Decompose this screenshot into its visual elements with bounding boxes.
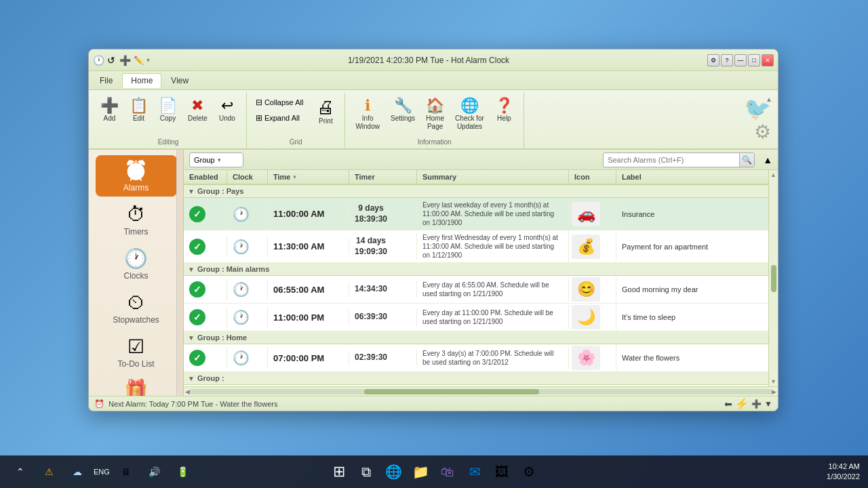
file-explorer-btn[interactable]: 📁	[408, 460, 433, 484]
home-icon: 🏠	[426, 98, 444, 113]
table-row[interactable]: ✓ 🕐 07:00:00 PM 02:39:30 Every 3 day(s)	[184, 344, 768, 372]
sidebar-item-alarms[interactable]: ⏰ Alarms	[96, 155, 177, 197]
label-cell: Insurance	[616, 207, 768, 221]
undo-button[interactable]: ↩ Undo	[214, 96, 241, 125]
menu-view[interactable]: View	[163, 74, 197, 87]
table-row[interactable]: ✓ 🕐 06:55:00 AM 14:34:30 Every day at 6	[184, 276, 768, 304]
quick-add-btn[interactable]: ➕	[119, 55, 131, 66]
more-icon[interactable]: ▼	[764, 399, 772, 409]
clock-cell: 🕐	[227, 279, 268, 300]
scroll-left-arrow[interactable]: ◀	[185, 388, 190, 395]
settings-button[interactable]: 🔧 Settings	[386, 96, 420, 125]
info-window-button[interactable]: ℹ InfoWindow	[351, 96, 384, 134]
alarm-time-value: 11:00:00 AM	[273, 209, 324, 219]
home-page-button[interactable]: 🏠 HomePage	[421, 96, 449, 134]
collapse-ribbon-btn[interactable]: ▲	[766, 94, 772, 104]
label-value: Water the flowers	[622, 354, 679, 362]
alarm-time-value: 11:30:00 AM	[273, 241, 324, 251]
table-row[interactable]: ✓ 🕐 11:30:00 AM 14 days19:09:30 Every f	[184, 230, 768, 263]
search-input[interactable]	[604, 156, 739, 164]
lightning-icon[interactable]: ⚡	[735, 397, 749, 410]
timer-value: 14:34:30	[355, 284, 387, 295]
label-cell: Water the flowers	[616, 351, 768, 365]
group-main-toggle[interactable]: ▼	[188, 266, 195, 273]
print-icon: 🖨	[317, 98, 334, 116]
cloud-icon[interactable]: ☁	[65, 460, 90, 484]
sidebar-gift-icon: 🎁	[121, 375, 151, 396]
todo-label: To-Do List	[117, 359, 154, 369]
summary-cell: Every 3 day(s) at 7:00:00 PM. Schedule w…	[417, 346, 569, 369]
taskbar-time-display[interactable]: 10:42 AM 1/30/2022	[827, 462, 860, 483]
collapse-all-button[interactable]: ⊟ Collapse All	[251, 96, 308, 109]
col-icon: Icon	[569, 170, 616, 184]
arrow-left-icon[interactable]: ⬅	[724, 399, 732, 409]
group-main-row: ▼ Group : Main alarms	[184, 263, 768, 276]
panel-toolbar: Group ▾ 🔍 ▲	[184, 150, 778, 170]
group-home-label: Group : Home	[197, 333, 247, 342]
timer-value: 9 days18:39:30	[355, 203, 387, 224]
col-time[interactable]: Time▼	[268, 170, 349, 184]
settings-icon[interactable]: ⚙	[707, 54, 719, 66]
edge-btn[interactable]: 🌐	[381, 460, 406, 484]
time-cell: 11:00:00 PM	[268, 310, 349, 325]
ms-store-btn[interactable]: 🛍	[435, 460, 460, 484]
add-button[interactable]: ➕ Add	[96, 96, 123, 125]
group-home-toggle[interactable]: ▼	[188, 334, 195, 342]
close-button[interactable]: ✕	[762, 54, 774, 66]
taskbar-app5[interactable]: 🖼	[490, 460, 514, 484]
check-enabled-icon: ✓	[189, 206, 205, 222]
minimize-button[interactable]: —	[734, 54, 747, 66]
scroll-right-arrow[interactable]: ▶	[772, 388, 776, 395]
quick-more-btn[interactable]: ▾	[146, 56, 150, 64]
table-scrollbar[interactable]: ▲ ▼	[768, 170, 778, 386]
collapse-label: Collapse All	[264, 98, 303, 106]
plus-icon[interactable]: ➕	[751, 399, 762, 409]
clock-cell: 🕐	[227, 236, 268, 258]
copy-button[interactable]: 📄 Copy	[154, 96, 182, 125]
expand-all-button[interactable]: ⊞ Expand All	[251, 111, 308, 125]
scroll-up-arrow[interactable]: ▲	[770, 171, 776, 178]
scroll-down-arrow[interactable]: ▼	[770, 378, 776, 385]
title-bar: 🕐 ↺ ➕ ✏️ ▾ 1/19/2021 4:20:30 PM Tue - Ho…	[89, 49, 778, 71]
menu-home[interactable]: Home	[122, 73, 161, 88]
table-row[interactable]: ✓ 🕐 11:00:00 PM 06:39:30 Every day at 1	[184, 304, 768, 331]
sidebar-scrollbar[interactable]	[176, 150, 183, 396]
quick-back-btn[interactable]: ↺	[107, 55, 115, 66]
sidebar-item-stopwatches[interactable]: ⏲ Stopwatches	[96, 287, 177, 329]
group-empty-toggle[interactable]: ▼	[188, 375, 195, 382]
quick-edit-btn[interactable]: ✏️	[134, 56, 144, 65]
system-tray-btn[interactable]: ⌃	[8, 460, 33, 484]
mail-btn[interactable]: ✉	[462, 460, 487, 484]
group-empty-row: ▼ Group :	[184, 372, 768, 385]
sidebar-item-todo[interactable]: ☑ To-Do List	[96, 331, 177, 373]
edit-icon: 📋	[130, 98, 148, 113]
table-row[interactable]: ✓ 🕐 11:00:00 AM 9 days18:39:30 Every la	[184, 198, 768, 230]
alarms-icon: ⏰	[124, 159, 148, 182]
settings-taskbar-btn[interactable]: ⚙	[517, 460, 541, 484]
scroll-up-btn[interactable]: ▲	[763, 155, 772, 165]
delete-button[interactable]: ✖ Delete	[183, 96, 212, 125]
notification-icon[interactable]: ⚠	[37, 460, 61, 484]
icon-cell: 🚗	[569, 201, 616, 228]
check-updates-button[interactable]: 🌐 Check forUpdates	[450, 96, 489, 134]
search-button[interactable]: 🔍	[739, 152, 754, 167]
volume-icon[interactable]: 🔊	[142, 460, 167, 484]
horizontal-scrollbar[interactable]: ◀ ▶	[184, 386, 778, 396]
monitor-icon[interactable]: 🖥	[114, 460, 138, 484]
label-cell: Payment for an apartment	[616, 240, 768, 253]
help-title-btn[interactable]: ?	[721, 54, 733, 66]
menu-file[interactable]: File	[92, 74, 121, 87]
help-button[interactable]: ❓ Help	[490, 96, 518, 125]
group-pays-toggle[interactable]: ▼	[188, 188, 195, 195]
task-view-btn[interactable]: ⧉	[354, 460, 378, 484]
maximize-button[interactable]: □	[748, 54, 760, 66]
group-dropdown[interactable]: Group ▾	[189, 152, 243, 167]
sidebar-item-timers[interactable]: ⏱ Timers	[96, 199, 177, 241]
battery-icon[interactable]: 🔋	[171, 460, 195, 484]
group-home-row: ▼ Group : Home	[184, 331, 768, 344]
sidebar-item-clocks[interactable]: 🕐 Clocks	[96, 243, 177, 285]
status-clock-icon: ⏰	[94, 399, 104, 409]
print-button[interactable]: 🖨 Print	[311, 96, 340, 128]
start-button[interactable]: ⊞	[327, 460, 351, 484]
edit-button[interactable]: 📋 Edit	[125, 96, 153, 125]
